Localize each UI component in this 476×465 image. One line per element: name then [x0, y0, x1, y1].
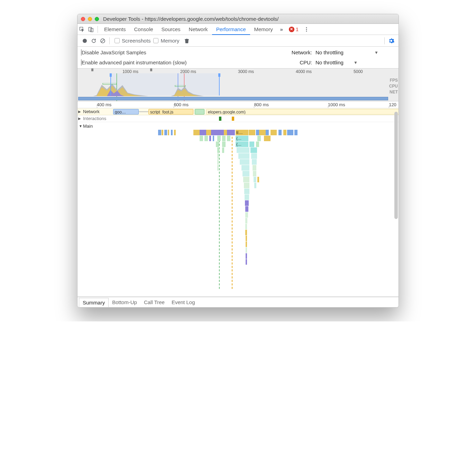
tab-performance[interactable]: Performance [212, 24, 250, 35]
flame-bar[interactable] [222, 147, 224, 153]
flame-bar[interactable] [240, 159, 249, 165]
flame-bar[interactable] [171, 130, 173, 135]
checkbox-icon[interactable] [153, 38, 158, 43]
inspect-icon[interactable] [77, 25, 86, 34]
flame-bar[interactable] [217, 130, 224, 135]
interaction-marker[interactable] [232, 117, 234, 121]
flame-bar[interactable] [245, 224, 247, 229]
flame-chart[interactable]: E…(…(… [77, 130, 399, 289]
interaction-marker[interactable] [219, 117, 221, 121]
flame-bar[interactable] [250, 147, 257, 153]
flame-bar[interactable] [249, 142, 254, 147]
tab-sources[interactable]: Sources [157, 24, 185, 35]
detail-ruler[interactable]: 400 ms600 ms800 ms1000 ms120 [77, 101, 399, 108]
flame-bar[interactable] [253, 165, 256, 171]
tab-console[interactable]: Console [130, 24, 157, 35]
garbage-collect-icon[interactable] [182, 36, 191, 45]
flame-bar[interactable] [245, 206, 248, 212]
clear-icon[interactable] [98, 36, 107, 45]
flame-bar[interactable] [256, 130, 259, 135]
flame-bar[interactable] [206, 130, 211, 135]
flame-bar[interactable] [193, 130, 200, 135]
flame-bar[interactable] [217, 159, 219, 165]
flame-bar[interactable]: (… [236, 136, 248, 141]
flame-bar[interactable] [238, 153, 249, 159]
network-request-bar[interactable]: script_foot.js [148, 109, 193, 115]
flame-bar[interactable] [246, 236, 247, 241]
vertical-scrollbar[interactable] [394, 112, 398, 219]
flame-bar[interactable] [217, 147, 219, 153]
flame-bar[interactable] [162, 130, 163, 135]
expand-icon[interactable]: ▶ [78, 110, 81, 113]
flame-bar[interactable] [200, 136, 203, 141]
flame-bar[interactable] [244, 189, 249, 194]
expand-icon[interactable]: ▶ [78, 117, 81, 120]
flame-bar[interactable] [259, 130, 266, 135]
disable-js-samples-checkbox[interactable]: Disable JavaScript Samples [81, 49, 187, 55]
flame-bar[interactable] [164, 130, 167, 135]
error-badge-icon[interactable]: ✕ [289, 27, 294, 32]
flame-bar[interactable] [242, 171, 249, 176]
checkbox-icon[interactable] [115, 38, 120, 43]
flame-bar[interactable] [271, 130, 277, 135]
error-count[interactable]: 1 [296, 26, 299, 32]
enable-paint-instrumentation-checkbox[interactable]: Enable advanced paint instrumentation (s… [81, 60, 187, 65]
flame-bar[interactable] [245, 194, 249, 200]
flame-bar[interactable] [222, 136, 225, 141]
record-icon[interactable] [80, 36, 89, 45]
flame-bar[interactable] [227, 136, 230, 141]
flame-bar[interactable] [245, 212, 248, 218]
flame-bar[interactable] [266, 130, 269, 135]
flame-bar[interactable] [209, 136, 211, 141]
flame-bar[interactable] [217, 165, 219, 171]
flame-bar[interactable] [245, 200, 249, 206]
viewport-right-handle[interactable] [218, 73, 220, 77]
network-request-bar[interactable] [195, 109, 204, 115]
flame-bar[interactable] [294, 130, 298, 135]
flame-bar[interactable] [216, 142, 219, 147]
details-tab-summary[interactable]: Summary [79, 298, 109, 307]
minimize-window-icon[interactable] [88, 17, 92, 21]
overflow-tabs-icon[interactable]: » [277, 25, 286, 34]
tab-network[interactable]: Network [185, 24, 212, 35]
flame-bar[interactable] [241, 165, 249, 171]
flame-bar[interactable]: E… [236, 130, 248, 135]
details-tab-call-tree[interactable]: Call Tree [140, 298, 168, 307]
timeline-overview[interactable]: 1000 ms2000 ms3000 ms4000 ms5000 [77, 69, 399, 101]
flame-bar[interactable] [224, 130, 227, 135]
device-toggle-icon[interactable] [86, 25, 95, 34]
flame-bar[interactable] [252, 159, 257, 165]
flame-bar[interactable] [251, 153, 257, 159]
close-window-icon[interactable] [81, 17, 85, 21]
network-throttle-select[interactable]: Network: No throttling ▼ [291, 49, 395, 55]
network-request-bar[interactable]: goo… [113, 109, 139, 115]
flame-bar[interactable] [244, 183, 250, 188]
flame-bar[interactable] [256, 142, 259, 147]
flame-bar[interactable] [222, 142, 225, 147]
flame-bar[interactable] [283, 130, 286, 135]
flame-bar[interactable] [287, 130, 294, 135]
flame-bar[interactable]: (… [236, 142, 248, 147]
flame-bar[interactable] [217, 153, 219, 159]
flame-bar[interactable] [264, 136, 271, 141]
flame-bar[interactable] [204, 136, 208, 141]
overview-viewport[interactable] [110, 73, 220, 95]
flame-bar[interactable] [158, 130, 161, 135]
flame-bar[interactable] [278, 130, 282, 135]
memory-checkbox[interactable]: Memory [153, 38, 179, 44]
zoom-window-icon[interactable] [95, 17, 99, 21]
details-tab-bottom-up[interactable]: Bottom-Up [109, 298, 140, 307]
network-track[interactable]: ▶ Network goo…script_foot.jselopers.goog… [77, 108, 399, 115]
flame-bar[interactable] [246, 253, 247, 259]
flame-bar[interactable] [200, 130, 206, 135]
flame-bar[interactable] [217, 136, 220, 141]
flame-bar[interactable] [237, 147, 249, 153]
flame-bar[interactable] [254, 183, 256, 188]
flame-bar[interactable] [211, 130, 218, 135]
tab-elements[interactable]: Elements [100, 24, 130, 35]
flame-bar[interactable] [245, 218, 247, 224]
flame-bar[interactable] [168, 130, 170, 135]
details-tab-event-log[interactable]: Event Log [168, 298, 199, 307]
flame-bar[interactable] [249, 130, 255, 135]
settings-gear-icon[interactable] [387, 36, 396, 45]
